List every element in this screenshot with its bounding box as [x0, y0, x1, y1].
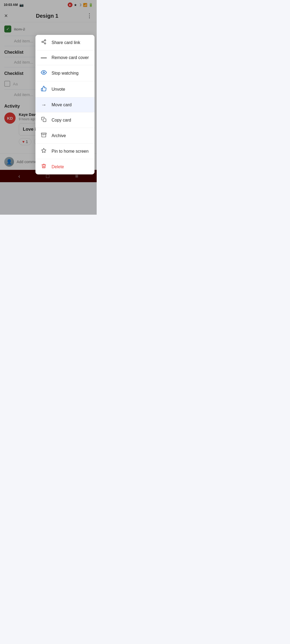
move-card-label: Move card	[52, 103, 72, 107]
remove-cover-icon: —	[41, 55, 47, 61]
pin-icon	[41, 148, 47, 155]
thumbsup-icon	[41, 86, 47, 93]
menu-item-delete[interactable]: Delete	[35, 159, 95, 174]
menu-item-unvote[interactable]: Unvote	[35, 81, 95, 97]
svg-point-5	[43, 72, 45, 73]
menu-item-archive[interactable]: Archive	[35, 128, 95, 144]
delete-label: Delete	[52, 164, 64, 169]
menu-item-copy-card[interactable]: Copy card	[35, 112, 95, 128]
copy-icon	[41, 117, 47, 123]
stop-watching-label: Stop watching	[52, 71, 79, 76]
move-icon: →	[41, 102, 47, 108]
remove-cover-label: Remove card cover	[52, 55, 89, 60]
unvote-label: Unvote	[52, 87, 65, 92]
archive-label: Archive	[52, 133, 66, 138]
menu-item-move-card[interactable]: → Move card	[35, 97, 95, 112]
menu-item-share[interactable]: Share card link	[35, 35, 95, 50]
copy-card-label: Copy card	[52, 118, 71, 123]
svg-rect-6	[43, 119, 46, 122]
svg-line-4	[43, 41, 45, 41]
eye-icon	[41, 69, 47, 77]
svg-rect-7	[41, 133, 46, 134]
menu-item-pin[interactable]: Pin to home screen	[35, 144, 95, 159]
trash-icon	[41, 163, 47, 170]
pin-label: Pin to home screen	[52, 149, 89, 154]
svg-line-3	[43, 42, 45, 43]
dropdown-menu: Share card link — Remove card cover Stop…	[35, 35, 95, 174]
share-label: Share card link	[52, 40, 80, 45]
archive-icon	[41, 132, 47, 139]
menu-item-remove-cover[interactable]: — Remove card cover	[35, 50, 95, 65]
menu-item-stop-watching[interactable]: Stop watching	[35, 65, 95, 81]
share-icon	[41, 39, 47, 46]
